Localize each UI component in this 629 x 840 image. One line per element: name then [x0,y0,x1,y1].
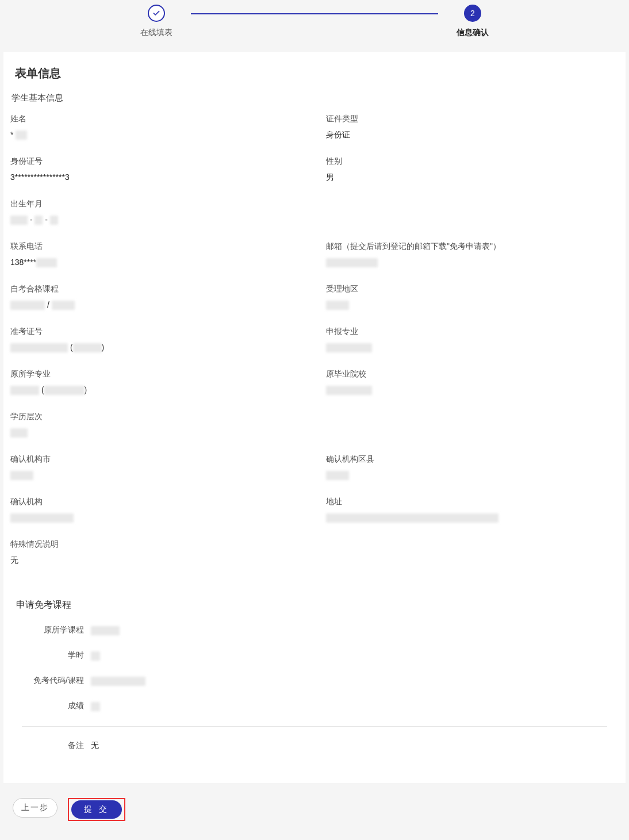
field-apply-major: 申报专业 [326,327,619,353]
special-label: 特殊情况说明 [10,539,619,550]
orig-school-label: 原毕业院校 [326,369,619,379]
address-value [326,513,619,523]
exam-pass-value: / [10,300,303,310]
id-type-value: 身份证 [326,130,619,140]
form-title: 表单信息 [10,66,619,81]
name-label: 姓名 [10,114,303,124]
confirm-city-value [10,470,303,481]
confirm-org-value [10,513,303,523]
exam-pass-label: 自考合格课程 [10,284,303,294]
form-card: 表单信息 学生基本信息 姓名 * 证件类型 身份证 身份证号 3********… [3,52,626,783]
confirm-city-label: 确认机构市 [10,454,303,465]
special-value: 无 [10,555,619,566]
birth-label: 出生年月 [10,199,303,209]
accept-area-value [326,300,619,310]
ticket-value: () [10,343,303,353]
orig-course-label: 原所学课程 [16,625,91,635]
field-orig-school: 原毕业院校 [326,369,619,396]
field-confirm-city: 确认机构市 [10,454,303,481]
id-no-value: 3****************3 [10,172,303,183]
orig-course-value [91,625,120,635]
field-id-no: 身份证号 3****************3 [10,156,303,183]
id-no-label: 身份证号 [10,156,303,167]
section-basic-title: 学生基本信息 [10,93,619,103]
field-ticket: 准考证号 () [10,327,303,353]
divider [22,726,607,727]
hours-value [91,650,100,660]
field-address: 地址 [326,497,619,523]
orig-major-value: () [10,385,303,396]
orig-major-label: 原所学专业 [10,369,303,379]
submit-button[interactable]: 提 交 [71,800,122,819]
field-name: 姓名 * [10,114,303,140]
row-remark: 备注 无 [16,741,613,751]
prev-button[interactable]: 上一步 [13,798,57,818]
email-label: 邮箱（提交后请到登记的邮箱下载"免考申请表"） [326,241,619,252]
field-birth-spacer [326,199,619,225]
score-value [91,701,100,711]
field-special: 特殊情况说明 无 [10,539,619,566]
footer-actions: 上一步 提 交 [0,787,629,837]
email-value [326,258,619,268]
phone-value: 138**** [10,258,303,268]
field-email: 邮箱（提交后请到登记的邮箱下载"免考申请表"） [326,241,619,268]
field-id-type: 证件类型 身份证 [326,114,619,140]
confirm-org-label: 确认机构 [10,497,303,507]
id-type-label: 证件类型 [326,114,619,124]
row-score: 成绩 [16,701,613,711]
phone-label: 联系电话 [10,241,303,252]
apply-major-value [326,343,619,353]
course-section: 申请免考课程 原所学课程 学时 免考代码/课程 成绩 备注 无 [10,599,619,751]
submit-highlight: 提 交 [68,798,125,821]
step-1-label: 在线填表 [140,28,172,38]
birth-value: - - [10,215,303,225]
address-label: 地址 [326,497,619,507]
row-exempt-code: 免考代码/课程 [16,676,613,686]
remark-value: 无 [91,741,99,751]
basic-info-grid: 姓名 * 证件类型 身份证 身份证号 3****************3 性别… [10,114,619,582]
exempt-code-value [91,676,145,685]
step-2-number: 2 [464,5,481,22]
field-phone: 联系电话 138**** [10,241,303,268]
step-2: 2 信息确认 [438,5,507,38]
confirm-county-value [326,470,619,481]
apply-major-label: 申报专业 [326,327,619,337]
exempt-code-label: 免考代码/课程 [16,676,91,686]
field-accept-area: 受理地区 [326,284,619,310]
check-icon [148,5,165,22]
score-label: 成绩 [16,701,91,711]
field-confirm-county: 确认机构区县 [326,454,619,481]
field-confirm-org: 确认机构 [10,497,303,523]
step-connector [191,13,438,14]
edu-level-label: 学历层次 [10,412,303,422]
field-orig-major: 原所学专业 () [10,369,303,396]
field-edu-level-spacer [326,412,619,438]
stepper: 在线填表 2 信息确认 [0,0,629,48]
edu-level-value [10,428,303,438]
ticket-label: 准考证号 [10,327,303,337]
hours-label: 学时 [16,650,91,661]
course-section-title: 申请免考课程 [16,599,613,611]
field-gender: 性别 男 [326,156,619,183]
field-exam-pass: 自考合格课程 / [10,284,303,310]
row-orig-course: 原所学课程 [16,625,613,635]
confirm-county-label: 确认机构区县 [326,454,619,465]
name-value: * [10,130,303,140]
row-hours: 学时 [16,650,613,661]
step-1: 在线填表 [122,5,191,38]
gender-value: 男 [326,172,619,183]
remark-label: 备注 [16,741,91,751]
field-birth: 出生年月 - - [10,199,303,225]
field-edu-level: 学历层次 [10,412,303,438]
orig-school-value [326,385,619,396]
gender-label: 性别 [326,156,619,167]
step-2-label: 信息确认 [457,28,489,38]
accept-area-label: 受理地区 [326,284,619,294]
